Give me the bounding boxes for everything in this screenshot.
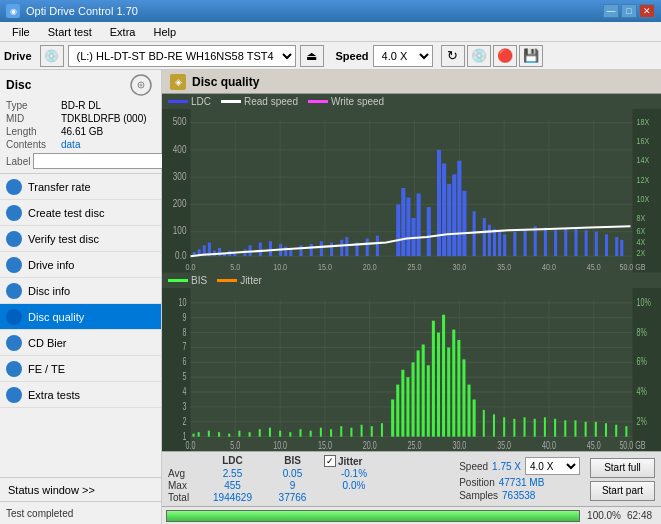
svg-text:9: 9 [182,311,186,323]
sidebar-item-transfer-rate[interactable]: Transfer rate [0,174,161,200]
status-bar: Status window >> Test completed [0,477,161,524]
sidebar-item-fe-te[interactable]: FE / TE [0,356,161,382]
svg-rect-174 [412,362,415,436]
start-part-button[interactable]: Start part [590,481,655,501]
svg-rect-196 [574,420,576,436]
speed-row: Speed 1.75 X 4.0 X [459,457,580,475]
svg-text:15.0: 15.0 [318,261,332,272]
save-button[interactable]: 💾 [519,45,543,67]
svg-rect-59 [269,241,272,256]
speed-select[interactable]: 4.0 X [373,45,433,67]
svg-text:2: 2 [182,415,186,427]
svg-text:500: 500 [173,115,187,127]
svg-rect-58 [259,243,262,257]
cd-bier-icon [6,335,22,351]
svg-rect-95 [564,229,567,256]
fe-te-icon [6,361,22,377]
legend-jitter-color [217,279,237,282]
disc-icon [127,74,155,96]
stats-row-avg: Avg 2.55 0.05 -0.1% [168,468,455,479]
svg-text:8X: 8X [637,212,646,223]
svg-rect-181 [447,347,450,436]
svg-rect-72 [396,204,400,256]
sidebar-item-create-test-disc[interactable]: Create test disc [0,200,161,226]
svg-text:2%: 2% [637,415,647,427]
svg-rect-80 [447,184,451,256]
sidebar-item-disc-info[interactable]: Disc info [0,278,161,304]
close-button[interactable]: ✕ [639,4,655,18]
legend-bis-color [168,279,188,282]
minimize-button[interactable]: — [603,4,619,18]
stats-headers: LDC BIS ✓ Jitter [168,455,455,467]
sidebar-item-drive-info[interactable]: Drive info [0,252,161,278]
svg-rect-183 [457,340,460,437]
svg-text:35.0: 35.0 [497,439,511,451]
drive-select[interactable]: (L:) HL-DT-ST BD-RE WH16NS58 TST4 [68,45,296,67]
menu-file[interactable]: File [4,24,38,40]
start-full-button[interactable]: Start full [590,458,655,478]
svg-rect-177 [427,365,430,436]
svg-text:20.0: 20.0 [363,439,377,451]
svg-text:5: 5 [182,370,186,382]
disc-length-row: Length 46.61 GB [6,126,155,137]
svg-rect-199 [605,423,607,436]
titlebar-left: ◉ Opti Drive Control 1.70 [6,4,138,18]
svg-rect-65 [320,241,323,256]
svg-rect-150 [193,433,195,436]
stats-avg-ldc: 2.55 [200,468,265,479]
disc-button[interactable]: 💿 [467,45,491,67]
position-label: Position [459,477,495,488]
top-legend: LDC Read speed Write speed [162,94,661,109]
svg-rect-67 [340,240,343,256]
stats-max-jitter: 0.0% [324,480,384,491]
svg-text:25.0: 25.0 [408,439,422,451]
svg-rect-85 [483,218,486,256]
svg-text:45.0: 45.0 [587,261,601,272]
svg-rect-76 [417,193,421,256]
nav-label-drive-info: Drive info [28,259,74,271]
drive-eject-icon[interactable]: 💿 [40,45,64,67]
svg-rect-152 [208,430,210,436]
svg-rect-88 [498,232,501,257]
legend-jitter: Jitter [217,275,262,286]
menu-help[interactable]: Help [145,24,184,40]
stats-avg-bis: 0.05 [265,468,320,479]
legend-ldc: LDC [168,96,211,107]
legend-read-color [221,100,241,103]
speed-select-dropdown[interactable]: 4.0 X [525,457,580,475]
refresh-button[interactable]: ↻ [441,45,465,67]
disc-label-input[interactable] [33,153,166,169]
maximize-button[interactable]: □ [621,4,637,18]
sidebar: Disc Type BD-R DL MID TDKBLDRFB (000) L [0,70,162,524]
sidebar-item-cd-bier[interactable]: CD Bier [0,330,161,356]
menu-extra[interactable]: Extra [102,24,144,40]
svg-text:300: 300 [173,170,187,182]
sidebar-item-verify-test-disc[interactable]: Verify test disc [0,226,161,252]
svg-point-2 [140,84,143,87]
burn-button[interactable]: 🔴 [493,45,517,67]
jitter-checkbox[interactable]: ✓ [324,455,336,467]
svg-rect-70 [366,238,369,256]
stats-table: LDC BIS ✓ Jitter Avg 2.55 0.05 -0.1% Max [168,455,455,503]
svg-text:15.0: 15.0 [318,439,332,451]
sidebar-item-extra-tests[interactable]: Extra tests [0,382,161,408]
svg-text:35.0: 35.0 [497,261,511,272]
svg-text:30.0: 30.0 [452,439,466,451]
svg-rect-161 [299,429,301,436]
legend-bis-label: BIS [191,275,207,286]
svg-rect-68 [345,237,348,256]
speed-value: 1.75 X [492,461,521,472]
nav-label-transfer-rate: Transfer rate [28,181,91,193]
svg-text:10.0: 10.0 [273,261,287,272]
status-window-button[interactable]: Status window >> [0,478,161,502]
menu-start-test[interactable]: Start test [40,24,100,40]
chart-header: ◈ Disc quality [162,70,661,94]
svg-rect-71 [376,236,379,256]
svg-text:0.0: 0.0 [186,261,196,272]
charts-wrapper: LDC Read speed Write speed [162,94,661,451]
drive-eject-button[interactable]: ⏏ [300,45,324,67]
svg-rect-52 [218,248,221,256]
create-test-disc-icon [6,205,22,221]
svg-text:50.0 GB: 50.0 GB [619,439,645,451]
sidebar-item-disc-quality[interactable]: Disc quality [0,304,161,330]
